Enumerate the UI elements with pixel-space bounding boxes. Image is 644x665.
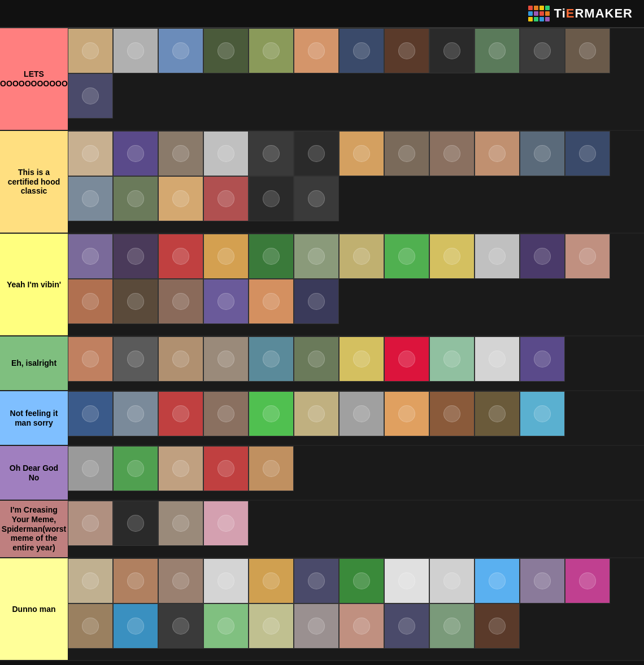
tier-item[interactable] <box>68 603 113 649</box>
tier-item[interactable] <box>203 176 249 221</box>
tier-item[interactable] <box>68 73 113 119</box>
tier-item[interactable] <box>339 28 384 73</box>
tier-item[interactable] <box>68 279 113 324</box>
tier-item[interactable] <box>203 603 249 649</box>
tier-item[interactable] <box>339 336 384 382</box>
tier-item[interactable] <box>294 176 339 221</box>
tier-item[interactable] <box>68 446 113 491</box>
tier-item[interactable] <box>294 336 339 382</box>
tier-item[interactable] <box>68 336 113 382</box>
tier-item[interactable] <box>113 501 158 546</box>
tier-item[interactable] <box>520 131 565 176</box>
tier-item[interactable] <box>113 603 158 649</box>
tier-item[interactable] <box>294 603 339 649</box>
tier-item[interactable] <box>68 176 113 221</box>
tier-item[interactable] <box>565 558 610 603</box>
tier-item[interactable] <box>158 28 203 73</box>
tier-item[interactable] <box>249 446 294 491</box>
tier-item[interactable] <box>520 234 565 279</box>
tier-item[interactable] <box>68 501 113 546</box>
tier-item[interactable] <box>249 234 294 279</box>
tier-item[interactable] <box>203 28 249 73</box>
tier-item[interactable] <box>68 234 113 279</box>
tier-item[interactable] <box>429 603 475 649</box>
tier-item[interactable] <box>429 28 475 73</box>
tier-item[interactable] <box>113 446 158 491</box>
tier-item[interactable] <box>203 558 249 603</box>
tier-item[interactable] <box>158 176 203 221</box>
tier-item[interactable] <box>249 603 294 649</box>
tier-item[interactable] <box>429 234 475 279</box>
tier-item[interactable] <box>249 176 294 221</box>
tier-item[interactable] <box>249 391 294 436</box>
tier-item[interactable] <box>429 558 475 603</box>
tier-item[interactable] <box>203 501 249 546</box>
tier-item[interactable] <box>475 131 520 176</box>
tier-item[interactable] <box>429 131 475 176</box>
tier-item[interactable] <box>294 234 339 279</box>
tier-item[interactable] <box>249 279 294 324</box>
tier-item[interactable] <box>158 558 203 603</box>
tier-item[interactable] <box>203 131 249 176</box>
tier-item[interactable] <box>158 446 203 491</box>
tier-item[interactable] <box>475 391 520 436</box>
tier-item[interactable] <box>113 28 158 73</box>
tier-item[interactable] <box>113 234 158 279</box>
tier-item[interactable] <box>158 391 203 436</box>
tier-item[interactable] <box>384 603 429 649</box>
tier-item[interactable] <box>249 28 294 73</box>
tier-item[interactable] <box>520 336 565 382</box>
tier-item[interactable] <box>113 279 158 324</box>
tier-item[interactable] <box>475 558 520 603</box>
tier-item[interactable] <box>249 131 294 176</box>
tier-item[interactable] <box>158 336 203 382</box>
tier-item[interactable] <box>565 131 610 176</box>
tier-item[interactable] <box>203 336 249 382</box>
tier-item[interactable] <box>339 131 384 176</box>
tier-item[interactable] <box>384 391 429 436</box>
tier-item[interactable] <box>113 176 158 221</box>
tier-item[interactable] <box>203 234 249 279</box>
tier-item[interactable] <box>384 28 429 73</box>
tier-item[interactable] <box>113 131 158 176</box>
tier-item[interactable] <box>294 279 339 324</box>
tier-item[interactable] <box>68 391 113 436</box>
tier-item[interactable] <box>113 391 158 436</box>
tier-item[interactable] <box>339 603 384 649</box>
tier-item[interactable] <box>475 28 520 73</box>
tier-item[interactable] <box>113 336 158 382</box>
tier-item[interactable] <box>203 446 249 491</box>
tier-item[interactable] <box>475 234 520 279</box>
tier-item[interactable] <box>339 234 384 279</box>
tier-item[interactable] <box>520 28 565 73</box>
tier-item[interactable] <box>339 558 384 603</box>
tier-item[interactable] <box>249 558 294 603</box>
tier-item[interactable] <box>294 131 339 176</box>
tier-item[interactable] <box>475 603 520 649</box>
tier-item[interactable] <box>384 558 429 603</box>
tier-item[interactable] <box>203 391 249 436</box>
tier-item[interactable] <box>203 279 249 324</box>
tier-item[interactable] <box>113 558 158 603</box>
tier-item[interactable] <box>475 336 520 382</box>
tier-item[interactable] <box>384 234 429 279</box>
tier-item[interactable] <box>384 336 429 382</box>
tier-item[interactable] <box>294 391 339 436</box>
tier-item[interactable] <box>158 501 203 546</box>
tier-item[interactable] <box>68 131 113 176</box>
tier-item[interactable] <box>68 558 113 603</box>
tier-item[interactable] <box>520 391 565 436</box>
tier-item[interactable] <box>249 336 294 382</box>
tier-item[interactable] <box>565 234 610 279</box>
tier-item[interactable] <box>429 391 475 436</box>
tier-item[interactable] <box>158 603 203 649</box>
tier-item[interactable] <box>339 391 384 436</box>
tier-item[interactable] <box>384 131 429 176</box>
tier-item[interactable] <box>565 28 610 73</box>
tier-item[interactable] <box>68 28 113 73</box>
tier-item[interactable] <box>520 558 565 603</box>
tier-item[interactable] <box>429 336 475 382</box>
tier-item[interactable] <box>158 279 203 324</box>
tier-item[interactable] <box>294 558 339 603</box>
tier-item[interactable] <box>158 234 203 279</box>
